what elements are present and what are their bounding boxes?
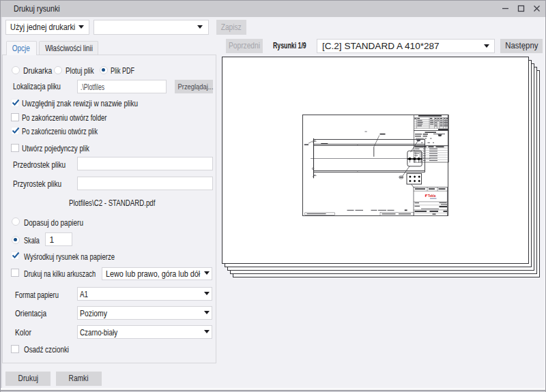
- svg-text:Tekla: Tekla: [428, 194, 436, 198]
